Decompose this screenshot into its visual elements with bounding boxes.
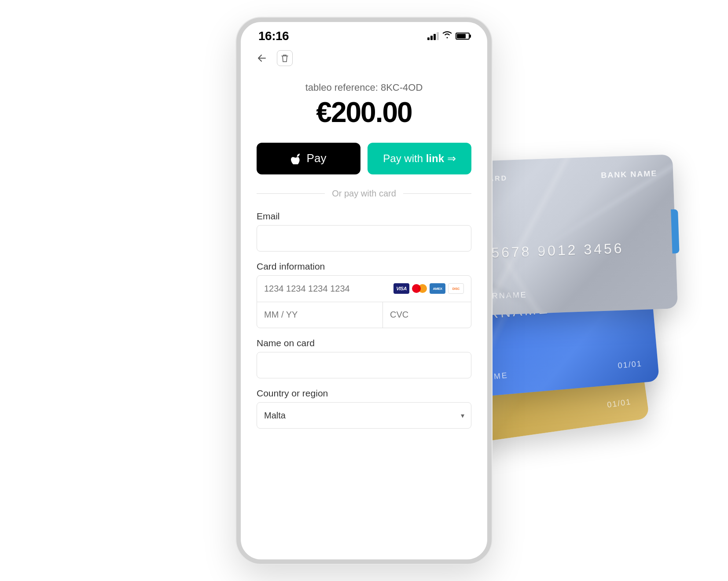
card-expiry-input[interactable]: [257, 302, 382, 328]
card-logos: VISA AMEX DISC: [393, 283, 464, 294]
scene: 16:16: [0, 0, 728, 581]
status-icons: [427, 31, 470, 41]
discover-logo: DISC: [448, 283, 464, 294]
name-on-card-label: Name on card: [257, 338, 471, 348]
email-input[interactable]: [257, 225, 471, 252]
phone-content: tableo reference: 8KC-4OD €200.00 Pay Pa…: [241, 73, 487, 559]
email-label: Email: [257, 211, 471, 222]
phone-mockup: 16:16: [236, 18, 492, 564]
visa-logo: VISA: [393, 283, 409, 294]
card-silver-bank: BANK NAME: [601, 169, 658, 180]
card-edge-nub: [671, 209, 679, 253]
battery-icon: [456, 33, 470, 40]
divider-line-right: [403, 193, 471, 194]
payment-buttons: Pay Pay with link ⇒: [257, 143, 471, 174]
country-group: Country or region Malta ▾: [257, 388, 471, 429]
name-on-card-input[interactable]: [257, 352, 471, 378]
or-divider: Or pay with card: [257, 189, 471, 199]
status-bar: 16:16: [241, 22, 487, 47]
link-pay-button[interactable]: Pay with link ⇒: [368, 143, 471, 174]
email-group: Email: [257, 211, 471, 252]
signal-icon: [427, 32, 439, 40]
card-info-container: VISA AMEX DISC: [257, 275, 471, 328]
card-gold-expiry: 01/01: [607, 397, 632, 409]
back-button[interactable]: [254, 50, 270, 66]
country-select[interactable]: Malta: [257, 402, 471, 429]
country-select-wrapper: Malta ▾: [257, 402, 471, 429]
card-info-label: Card information: [257, 261, 471, 272]
card-cvc-input[interactable]: [390, 310, 471, 320]
cvc-wrapper: [382, 302, 471, 328]
expiry-cvc-row: [257, 302, 471, 328]
link-pay-text: Pay with link ⇒: [383, 152, 456, 165]
card-number-input[interactable]: [264, 284, 388, 294]
card-blue-expiry: 01/01: [618, 359, 643, 370]
name-on-card-group: Name on card: [257, 338, 471, 378]
apple-pay-button[interactable]: Pay: [257, 143, 360, 174]
card-info-group: Card information VISA AMEX DISC: [257, 261, 471, 328]
amex-logo: AMEX: [430, 283, 445, 294]
trash-button[interactable]: [277, 50, 293, 66]
payment-amount: €200.00: [257, 96, 471, 129]
status-time: 16:16: [258, 29, 289, 43]
wifi-icon: [442, 31, 452, 41]
payment-reference: tableo reference: 8KC-4OD: [257, 82, 471, 93]
country-label: Country or region: [257, 388, 471, 399]
mastercard-logo: [412, 283, 427, 294]
phone-nav: [241, 47, 487, 73]
card-number-row: VISA AMEX DISC: [257, 276, 471, 302]
divider-line-left: [257, 193, 325, 194]
divider-text: Or pay with card: [332, 189, 396, 199]
